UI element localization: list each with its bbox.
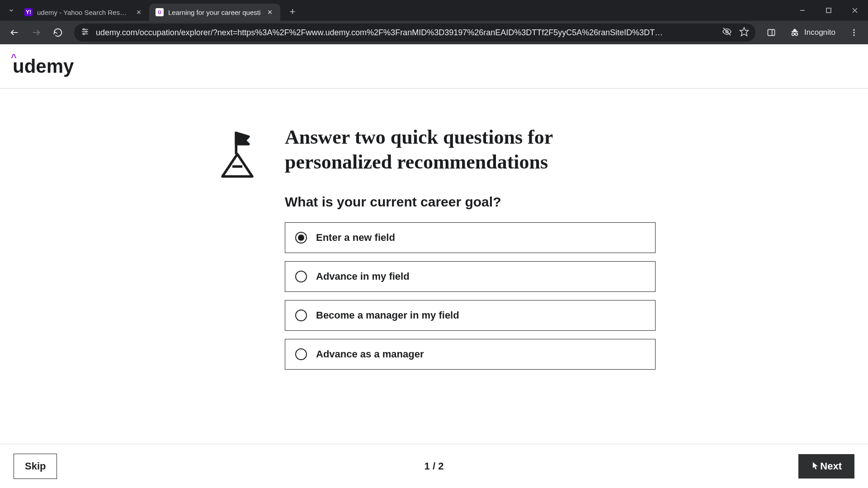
window-controls [789,0,868,21]
option-enter-new-field[interactable]: Enter a new field [285,222,656,253]
option-label: Enter a new field [316,232,395,244]
logo-caret-icon: ^ [11,52,17,64]
svg-point-18 [795,33,798,36]
address-bar[interactable]: udemy.com/occupation/explorer/?next=http… [74,23,755,42]
main-content: Answer two quick questions for personali… [0,89,868,444]
page-indicator: 1 / 2 [425,460,444,472]
minimize-button[interactable] [789,0,816,21]
option-advance-manager[interactable]: Advance as a manager [285,339,656,370]
udemy-logo[interactable]: ^ udemy [13,56,74,77]
cursor-icon [811,461,819,471]
radio-icon [295,348,307,360]
option-label: Advance in my field [316,271,410,282]
svg-rect-15 [768,29,775,35]
radio-icon [295,271,307,282]
svg-point-11 [83,33,85,34]
page-footer: Skip 1 / 2 Next [0,444,868,488]
option-label: Become a manager in my field [316,310,459,321]
reload-button[interactable] [49,23,67,42]
options-group: Enter a new field Advance in my field Be… [285,222,656,370]
browser-toolbar: udemy.com/occupation/explorer/?next=http… [0,21,868,44]
onboarding-card: Answer two quick questions for personali… [212,125,656,444]
next-label: Next [820,460,842,472]
svg-marker-14 [740,27,748,35]
svg-point-9 [83,28,85,30]
side-panel-icon[interactable] [763,24,780,41]
svg-point-21 [853,32,854,33]
svg-rect-1 [826,8,831,13]
site-settings-icon[interactable] [80,27,90,38]
option-label: Advance as a manager [316,348,424,360]
skip-button[interactable]: Skip [14,454,57,479]
radio-icon [295,232,307,244]
page-viewport: ^ udemy Answer two quick questions for p… [0,44,868,488]
close-icon[interactable]: × [266,8,274,16]
close-icon[interactable]: × [135,8,143,16]
logo-text: udemy [13,56,74,77]
site-header: ^ udemy [0,44,868,89]
eye-off-icon[interactable] [722,27,732,39]
tab-title: Learning for your career questi [168,9,261,16]
svg-point-20 [853,29,854,31]
udemy-favicon-icon: û [156,8,164,16]
incognito-label: Incognito [804,28,835,37]
option-become-manager[interactable]: Become a manager in my field [285,300,656,331]
flag-mountain-icon [217,129,258,179]
browser-chrome: Y! udemy - Yahoo Search Results × û Lear… [0,0,868,44]
browser-menu-icon[interactable] [845,24,863,41]
question-label: What is your current career goal? [285,194,656,210]
tab-strip: Y! udemy - Yahoo Search Results × û Lear… [0,0,868,21]
url-text: udemy.com/occupation/explorer/?next=http… [96,28,716,38]
incognito-indicator[interactable]: Incognito [783,25,842,40]
svg-point-10 [85,31,87,32]
tab-title: udemy - Yahoo Search Results [37,9,130,16]
option-advance-field[interactable]: Advance in my field [285,261,656,292]
yahoo-favicon-icon: Y! [24,8,33,16]
tab-search-dropdown[interactable] [5,4,18,17]
forward-button[interactable] [27,23,45,42]
svg-point-22 [853,34,854,36]
radio-icon [295,310,307,321]
bookmark-star-icon[interactable] [739,27,749,39]
tab-udemy-learning[interactable]: û Learning for your career questi × [149,4,280,21]
maximize-button[interactable] [816,0,842,21]
next-button[interactable]: Next [798,454,854,479]
svg-point-17 [792,33,795,36]
new-tab-button[interactable]: + [285,4,300,19]
close-window-button[interactable] [842,0,868,21]
tab-yahoo-search[interactable]: Y! udemy - Yahoo Search Results × [18,4,149,21]
page-title: Answer two quick questions for personali… [285,125,656,174]
incognito-icon [790,28,800,38]
back-button[interactable] [5,23,24,42]
